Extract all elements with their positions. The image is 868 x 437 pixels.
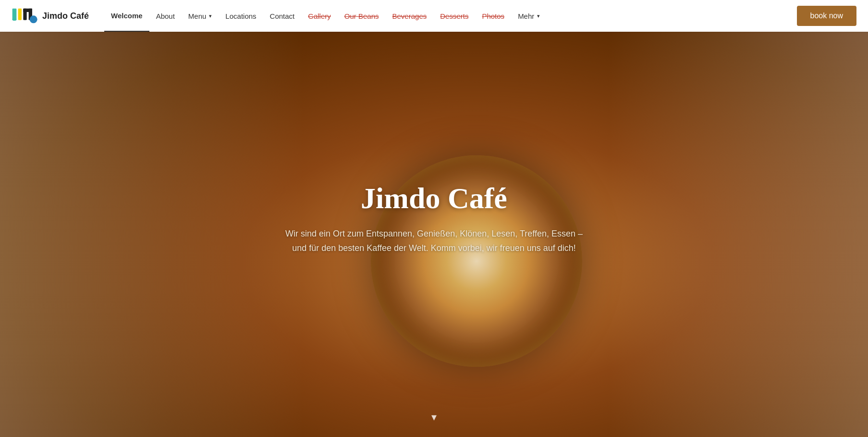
nav-dropdown-icon-menu: ▾ — [209, 13, 212, 19]
nav-link-label-our-beans: Our Beans — [344, 12, 379, 20]
nav-item-gallery: Gallery — [301, 0, 338, 32]
nav-item-contact: Contact — [263, 0, 302, 32]
nav-item-menu: Menu▾ — [182, 0, 219, 32]
site-title: Jimdo Café — [42, 11, 89, 21]
svg-rect-2 — [18, 9, 22, 20]
nav-item-photos: Photos — [475, 0, 511, 32]
nav-item-about: About — [149, 0, 182, 32]
hero-title: Jimdo Café — [278, 181, 591, 215]
hero-subtitle: Wir sind ein Ort zum Entspannen, Genieße… — [278, 227, 591, 255]
nav-link-label-menu: Menu — [188, 12, 207, 20]
nav-links: WelcomeAboutMenu▾LocationsContactGallery… — [104, 0, 796, 32]
logo-link[interactable]: Jimdo Café — [12, 7, 89, 25]
nav-link-label-beverages: Beverages — [392, 12, 427, 20]
nav-link-label-mehr: Mehr — [518, 12, 534, 20]
svg-point-6 — [30, 15, 37, 23]
nav-link-label-photos: Photos — [482, 12, 504, 20]
nav-item-mehr: Mehr▾ — [511, 0, 547, 32]
hero-content: Jimdo Café Wir sind ein Ort zum Entspann… — [266, 181, 602, 255]
nav-link-gallery[interactable]: Gallery — [301, 0, 338, 32]
nav-item-desserts: Desserts — [433, 0, 475, 32]
nav-link-mehr[interactable]: Mehr▾ — [511, 0, 547, 32]
nav-link-photos[interactable]: Photos — [475, 0, 511, 32]
nav-link-menu[interactable]: Menu▾ — [182, 0, 219, 32]
nav-link-label-contact: Contact — [270, 12, 295, 20]
scroll-indicator[interactable]: ▾ — [431, 411, 437, 424]
nav-item-welcome: Welcome — [104, 0, 149, 32]
nav-link-label-desserts: Desserts — [440, 12, 468, 20]
nav-link-contact[interactable]: Contact — [263, 0, 302, 32]
svg-rect-1 — [12, 18, 17, 21]
nav-item-beverages: Beverages — [386, 0, 434, 32]
nav-link-locations[interactable]: Locations — [219, 0, 263, 32]
nav-link-label-locations: Locations — [225, 12, 256, 20]
hero-section: Jimdo Café Wir sind ein Ort zum Entspann… — [0, 0, 868, 437]
nav-link-beverages[interactable]: Beverages — [386, 0, 434, 32]
book-now-button[interactable]: book now — [797, 6, 857, 26]
nav-link-welcome[interactable]: Welcome — [104, 0, 149, 32]
nav-item-our-beans: Our Beans — [338, 0, 386, 32]
nav-link-label-welcome: Welcome — [111, 12, 143, 20]
nav-link-our-beans[interactable]: Our Beans — [338, 0, 386, 32]
nav-dropdown-icon-mehr: ▾ — [537, 13, 540, 19]
nav-link-desserts[interactable]: Desserts — [433, 0, 475, 32]
nav-item-locations: Locations — [219, 0, 263, 32]
main-nav: Jimdo Café WelcomeAboutMenu▾LocationsCon… — [0, 0, 868, 32]
jimdo-logo-icon — [12, 7, 37, 25]
nav-link-label-about: About — [156, 12, 175, 20]
nav-link-label-gallery: Gallery — [308, 12, 331, 20]
nav-link-about[interactable]: About — [149, 0, 182, 32]
